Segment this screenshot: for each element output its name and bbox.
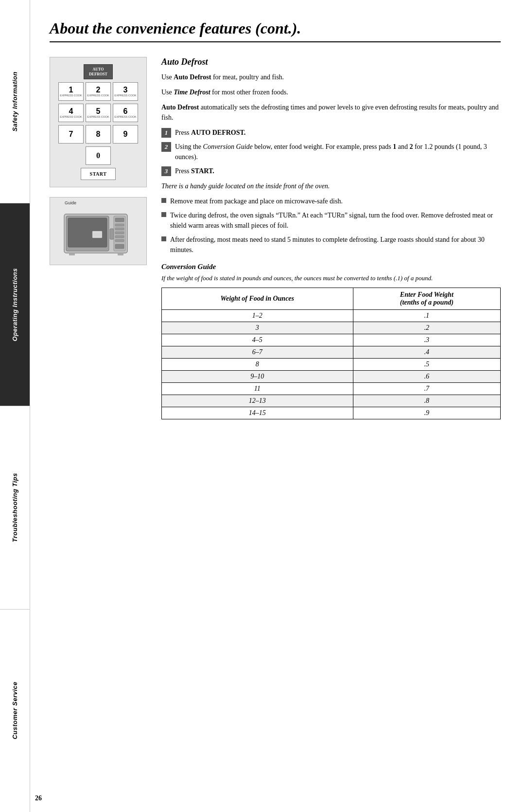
bullet-square-icon [161,212,166,217]
weight-cell: .1 [353,310,500,322]
svg-rect-3 [110,229,114,239]
ounces-cell: 14–15 [162,407,353,419]
step-2: 2 Using the Conversion Guide below, ente… [161,142,501,162]
bullet-square-icon [161,236,166,241]
col2-header: Enter Food Weight(tenths of a pound) [353,288,500,310]
key-1: 1 EXPRESS COOK [58,82,84,101]
bullet-3: After defrosting, most meats need to sta… [161,235,501,255]
svg-rect-13 [118,253,123,255]
svg-rect-7 [115,228,124,230]
auto-defrost-title: Auto Defrost [161,57,501,67]
table-row: 11.7 [162,383,501,395]
weight-cell: .4 [353,346,500,359]
svg-rect-10 [115,239,124,242]
sidebar: Safety Information Operating Instruction… [0,0,30,812]
table-row: 8.5 [162,359,501,371]
sidebar-section-safety: Safety Information [0,0,30,203]
para-2: Use Time Defrost for most other frozen f… [161,87,501,97]
sidebar-section-customer: Customer Service [0,610,30,812]
page-title: About the convenience features (cont.). [50,19,501,42]
table-row: 3.2 [162,322,501,334]
right-column: Auto Defrost Use Auto Defrost for meat, … [161,57,501,419]
microwave-image: Guide [50,197,147,265]
weight-cell: .5 [353,359,500,371]
key-0: 0 [86,146,111,165]
keypad-diagram: AUTO DEFROST 1 EXPRESS COOK 2 EXPRESS CO… [50,57,147,187]
key-6: 6 EXPRESS COOK [113,104,138,122]
keypad-row-2: 4 EXPRESS COOK 5 EXPRESS COOK 6 EXPRESS … [58,104,138,122]
para-1: Use Auto Defrost for meat, poultry and f… [161,72,501,82]
weight-cell: .9 [353,407,500,419]
ounces-cell: 4–5 [162,334,353,346]
svg-rect-6 [115,224,124,226]
table-row: 6–7.4 [162,346,501,359]
weight-cell: .8 [353,395,500,407]
key-3: 3 EXPRESS COOK [113,82,138,101]
para-3: Auto Defrost automatically sets the defr… [161,102,501,123]
key-7: 7 [58,125,84,144]
svg-rect-9 [115,235,124,238]
keypad-row-3: 7 8 9 [58,125,138,144]
table-row: 9–10.6 [162,371,501,383]
weight-cell: .2 [353,322,500,334]
bullet-list: Remove meat from package and place on mi… [161,196,501,255]
ounces-cell: 3 [162,322,353,334]
main-content: About the convenience features (cont.). … [30,0,525,439]
svg-rect-11 [115,244,124,249]
conversion-note: If the weight of food is stated in pound… [161,274,501,283]
key-8: 8 [86,125,111,144]
conversion-guide-title: Conversion Guide [161,263,501,271]
weight-cell: .6 [353,371,500,383]
ounces-cell: 12–13 [162,395,353,407]
key-5: 5 EXPRESS COOK [86,104,111,122]
table-row: 12–13.8 [162,395,501,407]
ounces-cell: 6–7 [162,346,353,359]
start-button-key: START [81,168,116,180]
sidebar-label-customer: Customer Service [11,682,18,740]
keypad-row-1: 1 EXPRESS COOK 2 EXPRESS COOK 3 EXPRESS … [58,82,138,101]
bullet-1: Remove meat from package and place on mi… [161,196,501,206]
table-row: 1–2.1 [162,310,501,322]
table-row: 14–15.9 [162,407,501,419]
sidebar-section-operating: Operating Instructions [0,203,30,407]
key-2: 2 EXPRESS COOK [86,82,111,101]
key-9: 9 [113,125,138,144]
svg-rect-12 [69,253,75,255]
step-1: 1 Press AUTO DEFROST. [161,127,501,138]
weight-cell: .3 [353,334,500,346]
microwave-illustration [59,204,137,258]
ounces-cell: 9–10 [162,371,353,383]
ounces-cell: 8 [162,359,353,371]
bullet-square-icon [161,198,166,203]
auto-defrost-button: AUTO DEFROST [84,64,113,79]
sidebar-label-troubleshooting: Troubleshooting Tips [11,473,18,542]
steps-list: 1 Press AUTO DEFROST. 2 Using the Conver… [161,127,501,176]
table-row: 4–5.3 [162,334,501,346]
ounces-cell: 11 [162,383,353,395]
page-number: 26 [30,794,42,802]
svg-rect-8 [115,232,124,234]
two-column-layout: AUTO DEFROST 1 EXPRESS COOK 2 EXPRESS CO… [50,57,501,419]
step-3: 3 Press START. [161,166,501,176]
italic-note: There is a handy guide located on the in… [161,181,501,191]
bullet-2: Twice during defrost, the oven signals “… [161,210,501,231]
sidebar-label-operating: Operating Instructions [11,268,18,341]
guide-label: Guide [65,200,76,205]
conversion-table: Weight of Food in Ounces Enter Food Weig… [161,288,501,419]
ounces-cell: 1–2 [162,310,353,322]
weight-cell: .7 [353,383,500,395]
key-4: 4 EXPRESS COOK [58,104,84,122]
svg-rect-5 [115,218,124,222]
sidebar-label-safety: Safety Information [11,72,18,131]
left-column: AUTO DEFROST 1 EXPRESS COOK 2 EXPRESS CO… [50,57,147,419]
col1-header: Weight of Food in Ounces [162,288,353,310]
sidebar-section-troubleshooting: Troubleshooting Tips [0,406,30,610]
